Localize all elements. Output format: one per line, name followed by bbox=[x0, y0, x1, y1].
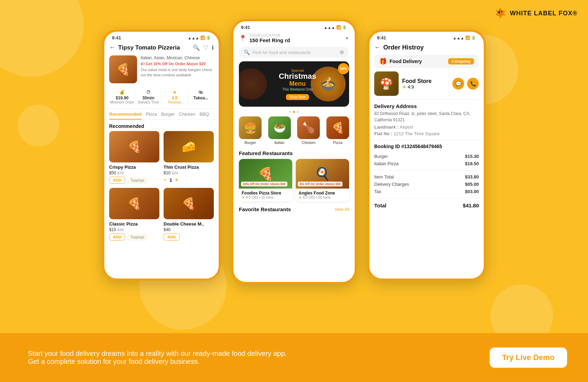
angles-rating: 4.5 bbox=[303, 196, 308, 199]
crispy-pizza-toppings-button[interactable]: Toppings bbox=[127, 177, 148, 184]
crispy-pizza-original-price: $70 bbox=[117, 171, 123, 175]
tab-bbq[interactable]: BBQ bbox=[199, 112, 209, 120]
tab-recommended[interactable]: Recommended bbox=[109, 112, 142, 120]
signal-icon: ▲▲▲ bbox=[188, 36, 199, 40]
delivery-icon: 🎁 bbox=[379, 58, 387, 65]
angles-food-visual: 🍳 bbox=[315, 167, 330, 181]
cat-item-italian[interactable]: 🥗 Italian bbox=[268, 116, 291, 145]
classic-pizza-add-button[interactable]: ADD bbox=[109, 234, 125, 240]
cat-item-chicken[interactable]: 🍗 Chicken bbox=[297, 116, 320, 145]
promo-decoration bbox=[239, 68, 267, 100]
time-icon: ⏱ bbox=[135, 90, 161, 95]
filter-icon[interactable]: ⚙ bbox=[340, 49, 344, 55]
store-star-icon: ★ bbox=[402, 84, 406, 90]
thin-crust-price: $10 $20 bbox=[164, 170, 214, 175]
location-label: YOUR LOCATION bbox=[249, 33, 342, 37]
burger-icon: 🍔 bbox=[244, 122, 257, 134]
qty-decrease-button[interactable]: − bbox=[164, 177, 167, 183]
stat-min-order: 💰 $19.90 Minimum Order bbox=[109, 88, 135, 106]
chicken-category-label: Chicken bbox=[302, 140, 316, 145]
qty-increase-button[interactable]: + bbox=[175, 177, 178, 183]
restaurant-stats: 💰 $19.90 Minimum Order ⏱ 30min Delivery … bbox=[104, 85, 219, 109]
foodies-name: Foodies Pizza Store bbox=[242, 191, 289, 196]
message-icon: 💬 bbox=[455, 81, 461, 86]
search-icon[interactable]: 🔍 bbox=[193, 44, 200, 51]
angles-info: Angles Food Zone ★ 4.5 (35) • 20 mins bbox=[296, 189, 349, 201]
offer-badge: 🏷 Get 15% Off On Order Above $20 bbox=[141, 62, 214, 66]
cat-item-pizza[interactable]: 🍕 Pizza bbox=[326, 116, 349, 145]
flatno-detail: Flat No : 1212 The Time Square bbox=[374, 131, 479, 136]
star-icon: ★ bbox=[162, 90, 188, 95]
search-bar[interactable]: 🔍 Find for food and restaurants ⚙ bbox=[239, 47, 349, 58]
crispy-pizza-add-button[interactable]: ADD bbox=[109, 177, 125, 184]
double-cheese-add-button[interactable]: ADD bbox=[164, 234, 180, 240]
phone-left-notch bbox=[144, 32, 179, 39]
tab-burger[interactable]: Burger bbox=[161, 112, 175, 120]
restaurant-food-visual: 🍕 bbox=[109, 55, 137, 83]
angles-star-icon: ★ bbox=[299, 196, 302, 199]
order-item-burger: Burger $15.30 bbox=[374, 153, 479, 160]
angles-restaurant-image: 🍳 5% Off On Order Above $50 bbox=[296, 159, 349, 189]
price-icon: 💰 bbox=[109, 90, 135, 95]
try-live-demo-button[interactable]: Try Live Demo bbox=[490, 347, 567, 368]
offer-text: Get 15% Off On Order Above $20 bbox=[146, 62, 205, 66]
cat-item-burger[interactable]: 🍔 Burger bbox=[239, 116, 262, 145]
search-input[interactable]: Find for food and restaurants bbox=[252, 50, 337, 55]
phone-left: 9:41 ▲▲▲ 📶 🔋 ← Tipsy Tomato Pizzeria 🔍 ♡… bbox=[102, 30, 221, 281]
order-status-bar: 🎁 Food Delivery 3 Ongoing bbox=[374, 55, 479, 68]
foodies-meta: ★ 4.5 (35) • 20 mins bbox=[242, 196, 289, 199]
order-back-button[interactable]: ← bbox=[374, 44, 380, 51]
message-button[interactable]: 💬 bbox=[452, 78, 464, 90]
angles-reviews: (35) bbox=[309, 196, 315, 199]
food-card-double-cheese: 🍕 Double Cheese M.. $40 ADD bbox=[164, 188, 214, 240]
brand-logo: WHITE LABEL FOX® bbox=[493, 6, 578, 20]
phone-center: 9:41 ▲▲▲ 📶 🔋 📍 YOUR LOCATION 150 Feet Ri… bbox=[231, 19, 357, 284]
order-item-italian-pizza: Italian Pizza $18.50 bbox=[374, 160, 479, 167]
tab-chicken[interactable]: Chicken bbox=[179, 112, 195, 120]
phone-right-notch bbox=[409, 32, 444, 39]
delivery-charges-label: Delivery Charges bbox=[374, 182, 409, 187]
info-icon[interactable]: ℹ bbox=[212, 44, 214, 51]
food-grid: 🍕 Crispy Pizza $50 $70 ADD Toppings 🧀 Th… bbox=[104, 131, 219, 240]
view-all-button[interactable]: View All bbox=[334, 207, 349, 212]
try-demo-label: Try Live Demo bbox=[502, 353, 555, 362]
promo-cta-text[interactable]: Shop Now bbox=[286, 94, 309, 100]
total-label: Total bbox=[374, 203, 386, 208]
classic-pizza-price: $15 $30 bbox=[109, 227, 159, 232]
delivery-time-label: Delivery Time bbox=[135, 100, 161, 104]
order-history-title: Order Histroy bbox=[383, 44, 424, 51]
promo-text: Special Christmas Menu This Weekend Only… bbox=[279, 68, 316, 100]
classic-pizza-toppings-button[interactable]: Toppings bbox=[127, 234, 148, 240]
burger-item-price: $15.30 bbox=[465, 154, 479, 159]
section-label: Recommended bbox=[104, 120, 219, 131]
phone-icon: 📞 bbox=[470, 81, 476, 86]
promo-menu: Menu bbox=[279, 80, 316, 87]
order-type-name: Food Delivery bbox=[390, 59, 422, 64]
tab-pizza[interactable]: Pizza bbox=[146, 112, 157, 120]
classic-pizza-name: Classic Pizza bbox=[109, 221, 159, 227]
foodies-info: Foodies Pizza Store ★ 4.5 (35) • 20 mins bbox=[239, 189, 292, 201]
crispy-pizza-price: $50 $70 bbox=[109, 170, 159, 175]
pizza-category-label: Pizza bbox=[333, 140, 342, 145]
restaurant-card-foodies[interactable]: 🍕 15% Off On Order Above $80 Foodies Piz… bbox=[239, 159, 292, 201]
bag-icon: 🛍 bbox=[188, 90, 214, 95]
signal-bars-icon: ▲▲▲ bbox=[324, 25, 335, 30]
italian-icon: 🥗 bbox=[273, 122, 286, 134]
promo-cta[interactable]: Shop Now bbox=[279, 93, 316, 100]
back-button[interactable]: ← bbox=[109, 44, 115, 51]
call-button[interactable]: 📞 bbox=[467, 78, 479, 90]
food-card-crispy-pizza: 🍕 Crispy Pizza $50 $70 ADD Toppings bbox=[109, 131, 159, 184]
foodies-rating: 4.5 bbox=[246, 196, 251, 199]
status-icons-center: ▲▲▲ 📶 🔋 bbox=[324, 25, 347, 30]
restaurant-card-angles[interactable]: 🍳 5% Off On Order Above $50 Angles Food … bbox=[296, 159, 349, 201]
location-bar: 📍 YOUR LOCATION 150 Feet Ring rd ▼ bbox=[233, 31, 355, 45]
favorite-icon[interactable]: ♡ bbox=[203, 44, 208, 51]
total-amount: $41.80 bbox=[463, 203, 479, 208]
double-cheese-name: Double Cheese M.. bbox=[164, 221, 214, 227]
location-dropdown-icon[interactable]: ▼ bbox=[345, 36, 349, 41]
landmark-value: Airport bbox=[400, 124, 413, 130]
store-rating-value: 4.9 bbox=[408, 84, 414, 90]
pizza-icon: 🍕 bbox=[331, 122, 344, 134]
foodies-restaurant-image: 🍕 15% Off On Order Above $80 bbox=[239, 159, 292, 189]
burger-item-name: Burger bbox=[374, 154, 388, 159]
